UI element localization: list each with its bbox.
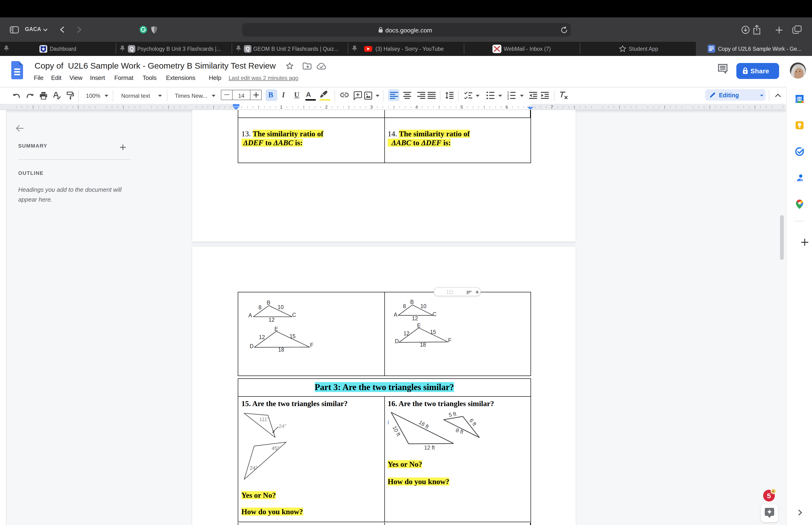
svg-text:12: 12 <box>268 317 274 322</box>
svg-text:6: 6 <box>506 105 508 109</box>
svg-text:E: E <box>417 322 420 328</box>
svg-text:F: F <box>448 337 451 343</box>
svg-text:E: E <box>274 326 278 332</box>
svg-text:B: B <box>266 299 270 305</box>
svg-text:18: 18 <box>278 346 284 352</box>
svg-text:10: 10 <box>277 304 284 310</box>
svg-text:2: 2 <box>507 94 509 97</box>
svg-text:15: 15 <box>430 329 436 335</box>
svg-text:18: 18 <box>419 342 426 348</box>
svg-text:12: 12 <box>403 330 409 336</box>
svg-text:C: C <box>292 312 296 318</box>
svg-text:31: 31 <box>798 97 802 101</box>
svg-text:10: 10 <box>420 303 426 309</box>
svg-text:D: D <box>395 338 399 344</box>
svg-text:4: 4 <box>415 105 418 109</box>
svg-text:1: 1 <box>280 105 282 109</box>
svg-text:12: 12 <box>412 315 418 321</box>
svg-text:7: 7 <box>551 105 553 109</box>
svg-text:3: 3 <box>507 97 509 100</box>
svg-text:A: A <box>248 312 252 318</box>
svg-text:12: 12 <box>259 334 265 340</box>
svg-text:3: 3 <box>370 105 373 109</box>
svg-text:5: 5 <box>460 105 463 109</box>
svg-text:F: F <box>310 342 313 348</box>
svg-text:D: D <box>249 343 253 349</box>
svg-text:8: 8 <box>258 304 261 310</box>
svg-text:A: A <box>394 311 397 317</box>
svg-text:15: 15 <box>289 333 295 339</box>
svg-text:2: 2 <box>325 105 327 109</box>
svg-text:8: 8 <box>403 303 406 309</box>
svg-text:C: C <box>432 311 436 317</box>
svg-text:B: B <box>410 299 414 305</box>
